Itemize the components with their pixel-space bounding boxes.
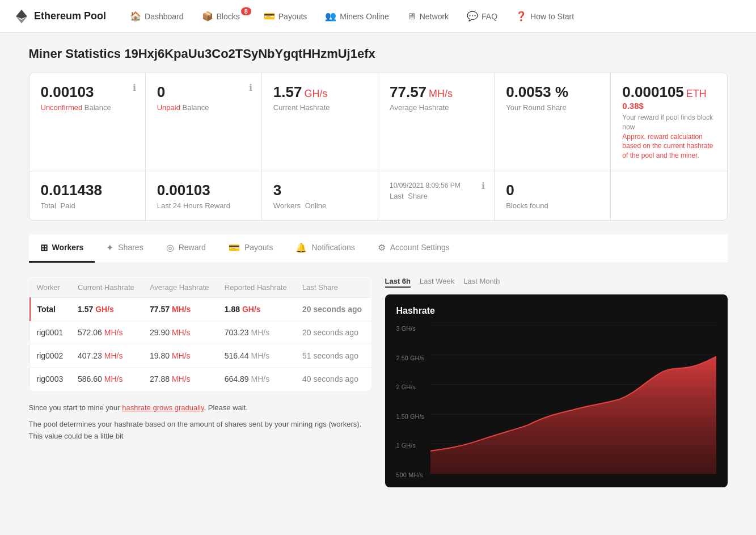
note-line1-suffix: . Please wait. (204, 403, 248, 412)
reward-usd: 0.38$ (622, 101, 715, 111)
stat-last-share: ℹ 10/09/2021 8:09:56 PM Last Share (378, 171, 495, 220)
note-line2: The pool determines your hashrate based … (29, 419, 371, 443)
avg-hashrate-value: 77.57 (390, 83, 426, 101)
rig1-name: rig0001 (29, 321, 71, 344)
last-share-label-gray: Last (390, 192, 404, 200)
tab-workers[interactable]: ⊞ Workers (29, 234, 95, 263)
tab-reward-label: Reward (179, 243, 206, 252)
payouts-icon: 💳 (264, 11, 275, 22)
reward-tab-icon: ◎ (166, 242, 174, 253)
notes: Since you start to mine your hashrate gr… (29, 402, 371, 442)
col-last-share: Last Share (295, 277, 371, 297)
stat-avg-hashrate: 77.57 MH/s Average Hashrate (378, 73, 495, 171)
chart-tab-lastmonth[interactable]: Last Month (463, 277, 500, 288)
nav-faq-label: FAQ (482, 12, 497, 21)
y-label-2gh: 2 GH/s (396, 384, 425, 390)
nav-payouts-label: Payouts (278, 12, 307, 21)
nav-payouts[interactable]: 💳 Payouts (256, 6, 315, 26)
y-label-3gh: 3 GH/s (396, 325, 425, 332)
y-label-500: 500 MH/s (396, 471, 425, 478)
nav-network[interactable]: 🖥 Network (399, 7, 457, 26)
reward-approx: Approx. reward calculation based on the … (622, 132, 715, 161)
info-icon-unconfirmed[interactable]: ℹ (133, 82, 136, 93)
nav-faq[interactable]: 💬 FAQ (459, 6, 505, 26)
round-share-value: 0.0053 % (506, 83, 568, 101)
tab-notifications[interactable]: 🔔 Notifications (284, 234, 366, 263)
stat-empty (611, 171, 727, 220)
hashrate-chart: Hashrate 3 GH/s 2.50 GH/s 2 GH/s 1.50 GH… (385, 294, 728, 487)
workers-table: Worker Current Hashrate Average Hashrate… (29, 277, 371, 391)
tab-account-settings[interactable]: ⚙ Account Settings (366, 234, 461, 263)
info-icon-unpaid[interactable]: ℹ (249, 82, 252, 93)
chart-title: Hashrate (396, 306, 716, 316)
chart-tab-lastweek[interactable]: Last Week (420, 277, 454, 288)
last-share-value: 10/09/2021 8:09:56 PM (390, 182, 461, 189)
notifications-tab-icon: 🔔 (295, 242, 307, 253)
unconfirmed-label-gray: Balance (85, 103, 111, 112)
page-title: Miner Statistics 19Hxj6KpaUu3Co2TSyNbYgq… (29, 47, 728, 61)
tab-payouts-label: Payouts (244, 243, 273, 252)
info-icon-last-share[interactable]: ℹ (482, 180, 485, 191)
total-name: Total (29, 297, 71, 321)
stat-workers: 3 Workers Online (262, 171, 378, 220)
unpaid-label-orange: Unpaid (157, 103, 180, 112)
total-paid-label-gray: Total (41, 201, 56, 210)
rig1-current: 572.06 MH/s (71, 321, 143, 344)
main-content: Miner Statistics 19Hxj6KpaUu3Co2TSyNbYgq… (15, 33, 741, 501)
chart-panel: Last 6h Last Week Last Month Hashrate 3 … (385, 277, 728, 487)
avg-hashrate-unit: MH/s (429, 88, 453, 100)
payouts-tab-icon: 💳 (229, 242, 240, 253)
table-row: rig0002 407.23 MH/s 19.80 MH/s 516.44 MH… (29, 344, 371, 367)
current-hashrate-label: Current Hashrate (273, 103, 366, 112)
ethereum-icon (14, 9, 29, 24)
stat-current-hashrate: 1.57 GH/s Current Hashrate (262, 73, 378, 171)
nav-miners[interactable]: 👥 Miners Online (317, 6, 396, 26)
table-row-total: Total 1.57 GH/s 77.57 MH/s 1.88 GH/s 20 … (29, 297, 371, 321)
rig1-average: 29.90 MH/s (143, 321, 218, 344)
current-hashrate-value: 1.57 (273, 83, 302, 101)
chart-tab-last6h[interactable]: Last 6h (385, 277, 411, 288)
note-line1-prefix: Since you start to mine your (29, 403, 123, 412)
tab-bar: ⊞ Workers ✦ Shares ◎ Reward 💳 Payouts 🔔 … (29, 234, 728, 263)
workers-label-gray: Workers (273, 201, 301, 210)
stat-last24h: 0.00103 Last 24 Hours Reward (146, 171, 262, 220)
shares-tab-icon: ✦ (106, 242, 113, 253)
tab-payouts[interactable]: 💳 Payouts (217, 234, 285, 263)
rig2-current: 407.23 MH/s (71, 344, 143, 367)
round-share-label: Your Round Share (506, 103, 599, 112)
nav-dashboard[interactable]: 🏠 Dashboard (122, 6, 192, 26)
dashboard-icon: 🏠 (130, 11, 141, 22)
stat-total-paid: 0.011438 Total Paid (29, 171, 146, 220)
unconfirmed-label-orange: Unconfirmed (41, 103, 83, 112)
content-area: Worker Current Hashrate Average Hashrate… (29, 277, 728, 487)
rig1-reported: 703.23 MH/s (218, 321, 295, 344)
last24h-value: 0.00103 (157, 182, 210, 199)
stat-unpaid: ℹ 0 Unpaid Balance (146, 73, 262, 171)
rig3-reported: 664.89 MH/s (218, 367, 295, 390)
note-hashrate-link[interactable]: hashrate grows gradually (122, 403, 204, 412)
col-current-hashrate: Current Hashrate (71, 277, 143, 297)
rig2-reported: 516.44 MH/s (218, 344, 295, 367)
navigation: Ethereum Pool 🏠 Dashboard 📦 Blocks 8 💳 P… (0, 0, 756, 33)
total-paid-label-dark: Paid (61, 201, 75, 210)
nav-howto[interactable]: ❓ How to Start (508, 6, 582, 26)
nav-howto-label: How to Start (530, 12, 574, 21)
nav-blocks[interactable]: 📦 Blocks 8 (194, 6, 254, 26)
rig2-last-share: 51 seconds ago (295, 344, 371, 367)
reward-value: 0.000105 (622, 83, 683, 101)
account-settings-tab-icon: ⚙ (378, 242, 386, 253)
network-icon: 🖥 (407, 11, 416, 22)
rig2-average: 19.80 MH/s (143, 344, 218, 367)
total-reported: 1.88 GH/s (218, 297, 295, 321)
stat-unconfirmed: ℹ 0.00103 Unconfirmed Balance (29, 73, 146, 171)
workers-label-dark: Online (305, 201, 327, 210)
y-label-1gh: 1 GH/s (396, 442, 425, 449)
current-hashrate-unit: GH/s (304, 88, 327, 100)
tab-shares[interactable]: ✦ Shares (95, 234, 154, 263)
unpaid-value: 0 (157, 83, 165, 101)
tab-account-settings-label: Account Settings (390, 243, 450, 252)
tab-reward[interactable]: ◎ Reward (155, 234, 217, 263)
hashrate-svg (430, 325, 716, 474)
chart-time-tabs: Last 6h Last Week Last Month (385, 277, 728, 288)
y-label-250: 2.50 GH/s (396, 355, 425, 361)
